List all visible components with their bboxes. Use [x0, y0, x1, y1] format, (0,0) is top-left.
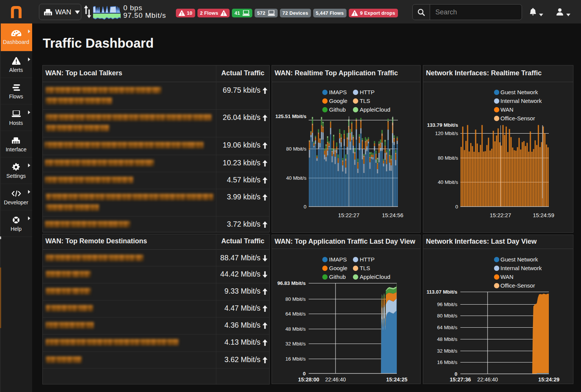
svg-text:IMAPS: IMAPS — [329, 256, 347, 263]
svg-text:32 Mbit/s: 32 Mbit/s — [437, 348, 457, 354]
svg-text:32 Mbit/s: 32 Mbit/s — [285, 341, 306, 347]
svg-text:64 Mbit/s: 64 Mbit/s — [437, 325, 457, 330]
svg-text:AppleiCloud: AppleiCloud — [360, 106, 390, 113]
svg-text:125.51 Mbit/s: 125.51 Mbit/s — [275, 114, 306, 119]
svg-text:15:24:56: 15:24:56 — [382, 212, 403, 218]
svg-text:96.83 Mbit/s: 96.83 Mbit/s — [277, 280, 306, 286]
svg-text:80 Mbit/s: 80 Mbit/s — [286, 146, 306, 152]
svg-text:0: 0 — [303, 371, 306, 376]
svg-text:Google: Google — [329, 98, 347, 104]
svg-text:80 Mbit/s: 80 Mbit/s — [285, 296, 306, 302]
svg-text:Github: Github — [329, 274, 346, 280]
svg-text:15:24:59: 15:24:59 — [533, 212, 554, 218]
svg-text:133.79 Mbit/s: 133.79 Mbit/s — [427, 122, 458, 128]
svg-text:TLS: TLS — [360, 265, 370, 271]
svg-text:40 Mbit/s: 40 Mbit/s — [438, 179, 458, 185]
svg-text:64 Mbit/s: 64 Mbit/s — [285, 311, 306, 317]
svg-text:22:46:40: 22:46:40 — [325, 376, 346, 383]
svg-text:Github: Github — [329, 106, 346, 113]
svg-text:AppleiCloud: AppleiCloud — [360, 274, 390, 280]
svg-text:16 Mbit/s: 16 Mbit/s — [437, 359, 457, 365]
svg-text:48 Mbit/s: 48 Mbit/s — [437, 336, 457, 342]
svg-text:Office-Sensor: Office-Sensor — [500, 115, 535, 121]
svg-text:0: 0 — [304, 204, 306, 210]
svg-text:22:46:40: 22:46:40 — [477, 376, 498, 383]
svg-text:15:22:27: 15:22:27 — [338, 212, 359, 218]
svg-text:Internal Network: Internal Network — [500, 265, 542, 271]
svg-text:15:24:29: 15:24:29 — [538, 376, 559, 383]
svg-text:0: 0 — [455, 204, 458, 210]
svg-text:0: 0 — [455, 371, 457, 377]
svg-text:80 Mbit/s: 80 Mbit/s — [438, 155, 458, 161]
svg-text:16 Mbit/s: 16 Mbit/s — [285, 356, 306, 362]
svg-text:Internal Network: Internal Network — [500, 98, 542, 104]
svg-text:IMAPS: IMAPS — [329, 89, 347, 95]
svg-text:WAN: WAN — [500, 106, 513, 113]
svg-text:Google: Google — [329, 265, 347, 271]
svg-text:15:22:27: 15:22:27 — [490, 212, 511, 218]
svg-text:HTTP: HTTP — [360, 256, 374, 263]
svg-text:96 Mbit/s: 96 Mbit/s — [437, 302, 457, 307]
svg-text:TLS: TLS — [360, 98, 370, 104]
svg-text:120 Mbit/s: 120 Mbit/s — [435, 131, 458, 136]
svg-text:WAN: WAN — [500, 274, 513, 280]
svg-text:80 Mbit/s: 80 Mbit/s — [437, 313, 457, 319]
svg-text:15:28:00: 15:28:00 — [298, 376, 319, 383]
svg-text:40 Mbit/s: 40 Mbit/s — [286, 175, 306, 181]
svg-text:48 Mbit/s: 48 Mbit/s — [285, 326, 306, 332]
svg-text:Guest Network: Guest Network — [500, 89, 538, 95]
svg-text:Office-Sensor: Office-Sensor — [500, 282, 535, 289]
svg-text:15:27:36: 15:27:36 — [450, 376, 471, 383]
svg-text:113.07 Mbit/s: 113.07 Mbit/s — [427, 289, 457, 295]
svg-text:HTTP: HTTP — [360, 89, 374, 95]
svg-text:Guest Network: Guest Network — [500, 256, 538, 263]
svg-text:15:24:25: 15:24:25 — [386, 376, 407, 383]
